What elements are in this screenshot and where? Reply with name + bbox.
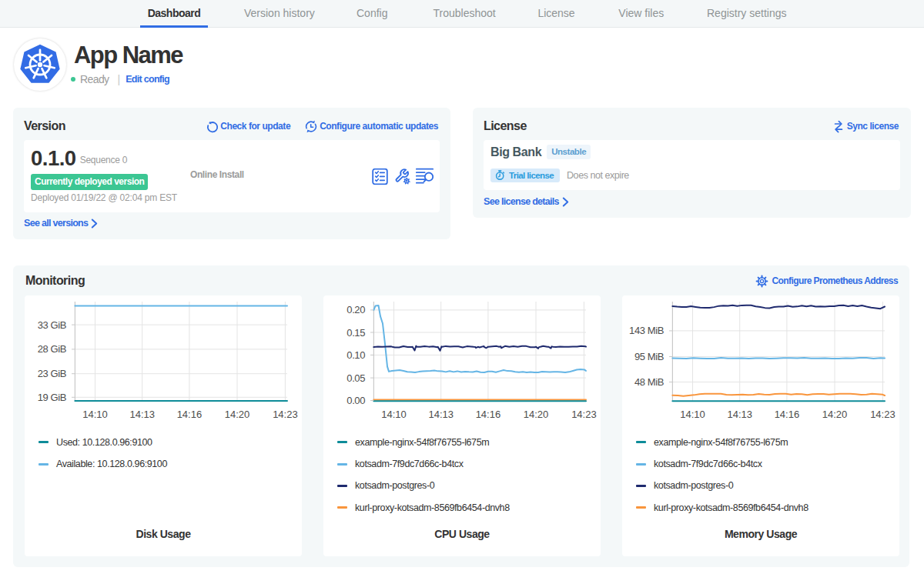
svg-text:14:13: 14:13 — [129, 409, 155, 420]
svg-text:0.15: 0.15 — [346, 327, 365, 339]
svg-text:0.10: 0.10 — [346, 349, 365, 361]
svg-text:14:13: 14:13 — [727, 409, 752, 420]
svg-text:14:13: 14:13 — [428, 409, 454, 420]
svg-text:14:23: 14:23 — [870, 409, 896, 420]
svg-text:143 MiB: 143 MiB — [629, 325, 664, 336]
svg-text:14:20: 14:20 — [524, 409, 549, 420]
svg-text:19 GiB: 19 GiB — [38, 392, 66, 403]
svg-text:28 GiB: 28 GiB — [38, 343, 66, 355]
svg-text:14:20: 14:20 — [822, 409, 848, 420]
svg-text:95 MiB: 95 MiB — [634, 351, 664, 362]
svg-text:0.00: 0.00 — [346, 395, 365, 406]
svg-text:0.05: 0.05 — [346, 372, 365, 384]
svg-text:14:23: 14:23 — [273, 409, 298, 420]
svg-text:0.20: 0.20 — [346, 304, 365, 315]
svg-text:23 GiB: 23 GiB — [38, 368, 66, 379]
svg-text:48 MiB: 48 MiB — [634, 376, 664, 388]
svg-text:33 GiB: 33 GiB — [38, 319, 66, 331]
svg-text:14:16: 14:16 — [177, 409, 203, 420]
svg-text:14:10: 14:10 — [82, 409, 108, 420]
svg-text:14:16: 14:16 — [476, 409, 501, 420]
svg-text:14:10: 14:10 — [680, 409, 705, 420]
svg-text:14:20: 14:20 — [225, 409, 250, 420]
svg-text:14:23: 14:23 — [571, 409, 597, 420]
svg-text:14:10: 14:10 — [381, 409, 407, 420]
svg-text:14:16: 14:16 — [775, 409, 800, 420]
